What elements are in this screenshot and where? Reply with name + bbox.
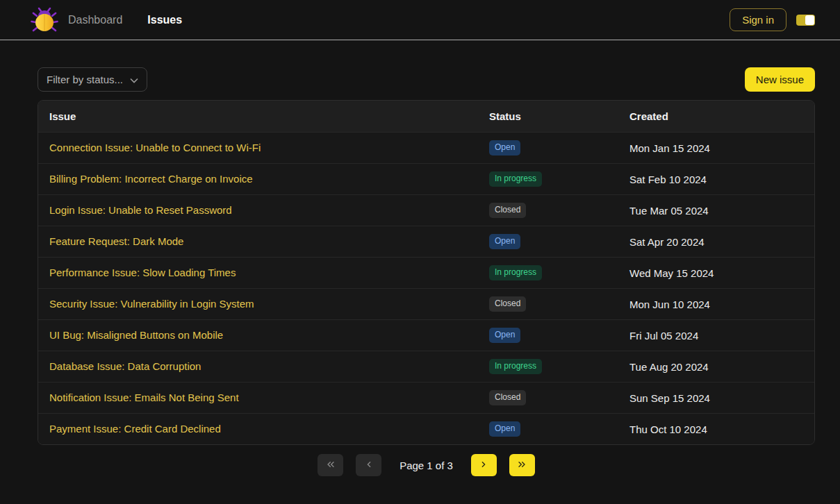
pagination: Page 1 of 3 (38, 454, 815, 476)
issue-link[interactable]: Performance Issue: Slow Loading Times (49, 267, 236, 278)
toolbar: Filter by status... New issue (38, 67, 815, 92)
last-page-button[interactable] (509, 454, 535, 476)
chevron-left-icon (363, 459, 374, 472)
table-body: Connection Issue: Unable to Connect to W… (38, 132, 814, 444)
issue-link[interactable]: Login Issue: Unable to Reset Password (49, 204, 232, 216)
column-header-status: Status (489, 110, 629, 122)
issue-link[interactable]: Database Issue: Data Corruption (49, 360, 201, 372)
issue-created-date: Thu Oct 10 2024 (629, 423, 814, 435)
issue-link[interactable]: Billing Problem: Incorrect Charge on Inv… (49, 173, 253, 185)
theme-toggle-switch[interactable] (796, 15, 815, 26)
filter-select-label: Filter by status... (47, 74, 123, 85)
nav-link-issues[interactable]: Issues (147, 14, 182, 26)
table-row: UI Bug: Misaligned Buttons on Mobile Ope… (38, 319, 814, 351)
chevron-down-icon (130, 74, 138, 85)
top-navigation-bar: Dashboard Issues Sign in (0, 0, 840, 40)
issue-link[interactable]: Payment Issue: Credit Card Declined (49, 423, 221, 435)
issue-link[interactable]: Connection Issue: Unable to Connect to W… (49, 142, 261, 153)
status-badge: In progress (489, 359, 542, 374)
issue-link[interactable]: Security Issue: Vulnerability in Login S… (49, 298, 254, 310)
page-indicator: Page 1 of 3 (400, 460, 453, 471)
column-header-created: Created (629, 110, 814, 122)
table-row: Connection Issue: Unable to Connect to W… (38, 132, 814, 163)
main-content: Filter by status... New issue Issue Stat… (0, 40, 840, 476)
issue-created-date: Sat Apr 20 2024 (629, 236, 814, 248)
issue-created-date: Tue Mar 05 2024 (629, 205, 814, 217)
table-row: Feature Request: Dark Mode Open Sat Apr … (38, 226, 814, 257)
status-badge: In progress (489, 171, 542, 187)
issue-created-date: Sat Feb 10 2024 (629, 174, 814, 185)
nav-link-dashboard[interactable]: Dashboard (68, 14, 122, 26)
next-page-button[interactable] (471, 454, 497, 476)
issue-link[interactable]: Feature Request: Dark Mode (49, 235, 183, 247)
sign-in-button[interactable]: Sign in (730, 8, 787, 31)
first-page-button[interactable] (318, 454, 343, 476)
column-header-issue: Issue (49, 110, 489, 122)
issue-created-date: Mon Jun 10 2024 (629, 299, 814, 310)
chevron-right-icon (478, 459, 489, 472)
status-badge: Closed (489, 390, 526, 405)
status-badge: Open (489, 328, 520, 343)
table-row: Database Issue: Data Corruption In progr… (38, 351, 814, 382)
issue-created-date: Wed May 15 2024 (629, 267, 814, 279)
issue-created-date: Mon Jan 15 2024 (629, 142, 814, 154)
issue-created-date: Fri Jul 05 2024 (629, 330, 814, 342)
table-row: Security Issue: Vulnerability in Login S… (38, 288, 814, 319)
chevrons-right-icon (516, 459, 527, 472)
filter-by-status-select[interactable]: Filter by status... (38, 67, 147, 92)
toggle-knob (805, 15, 814, 25)
table-row: Payment Issue: Credit Card Declined Open… (38, 413, 814, 444)
topbar-right-group: Sign in (730, 8, 815, 31)
status-badge: Open (489, 421, 520, 437)
issue-created-date: Sun Sep 15 2024 (629, 392, 814, 404)
table-header-row: Issue Status Created (38, 101, 814, 132)
new-issue-button[interactable]: New issue (745, 67, 815, 92)
issue-link[interactable]: Notification Issue: Emails Not Being Sen… (49, 392, 239, 403)
table-row: Billing Problem: Incorrect Charge on Inv… (38, 163, 814, 194)
table-row: Performance Issue: Slow Loading Times In… (38, 257, 814, 288)
status-badge: Closed (489, 203, 526, 218)
table-row: Notification Issue: Emails Not Being Sen… (38, 382, 814, 413)
chevrons-left-icon (325, 459, 336, 472)
status-badge: In progress (489, 265, 542, 280)
issues-table: Issue Status Created Connection Issue: U… (38, 100, 815, 445)
status-badge: Open (489, 140, 520, 156)
issue-link[interactable]: UI Bug: Misaligned Buttons on Mobile (49, 329, 223, 341)
bug-icon (31, 7, 58, 33)
status-badge: Closed (489, 296, 526, 312)
status-badge: Open (489, 234, 520, 249)
previous-page-button[interactable] (356, 454, 381, 476)
table-row: Login Issue: Unable to Reset Password Cl… (38, 194, 814, 226)
issue-created-date: Tue Aug 20 2024 (629, 361, 814, 373)
